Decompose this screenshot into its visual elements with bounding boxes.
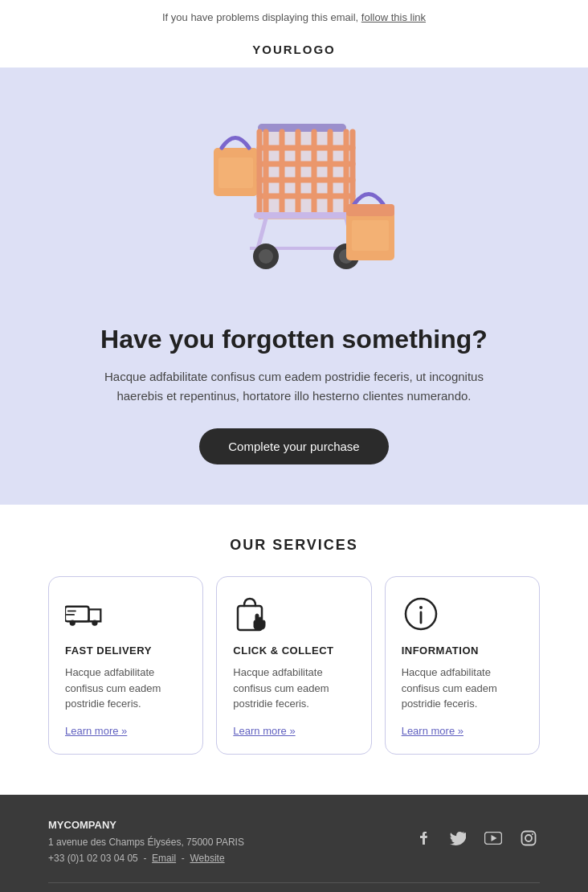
topbar-link[interactable]: follow this link — [361, 11, 426, 23]
info-title: INFORMATION — [402, 644, 523, 657]
svg-point-35 — [419, 606, 423, 609]
svg-point-29 — [70, 620, 76, 625]
logo: YOURLOGO — [252, 43, 336, 56]
instagram-icon[interactable] — [517, 827, 540, 849]
hero-body: Hacque adfabilitate confisus cum eadem p… — [93, 367, 495, 406]
email-wrapper: If you have problems displaying this ema… — [0, 0, 588, 892]
svg-rect-16 — [263, 132, 349, 216]
delivery-learn-more[interactable]: Learn more » — [65, 725, 127, 737]
svg-rect-2 — [258, 124, 346, 132]
svg-rect-17 — [254, 212, 358, 219]
click-collect-icon — [233, 595, 272, 633]
svg-point-22 — [259, 249, 273, 264]
info-body: Hacque adfabilitate confisus cum eadem p… — [402, 665, 523, 712]
services-grid: FAST DELIVERY Hacque adfabilitate confis… — [48, 576, 540, 755]
delivery-title: FAST DELIVERY — [65, 644, 186, 657]
footer: MYCOMPANY 1 avenue des Champs Élysées, 7… — [0, 795, 588, 893]
delivery-icon — [65, 595, 104, 633]
collect-title: CLICK & COLLECT — [233, 644, 354, 657]
collect-learn-more[interactable]: Learn more » — [233, 725, 295, 737]
svg-rect-1 — [218, 158, 253, 188]
twitter-icon[interactable] — [447, 827, 469, 849]
cart-illustration — [165, 100, 423, 309]
footer-bottom: If you no longer wish to receive our com… — [48, 882, 540, 892]
service-card-delivery: FAST DELIVERY Hacque adfabilitate confis… — [48, 576, 203, 755]
hero-image-area — [48, 100, 540, 309]
hero-section: Have you forgotten something? Hacque adf… — [0, 68, 588, 505]
service-card-info: INFORMATION Hacque adfabilitate confisus… — [385, 576, 540, 755]
hero-heading: Have you forgotten something? — [48, 325, 540, 354]
footer-inner: MYCOMPANY 1 avenue des Champs Élysées, 7… — [48, 819, 540, 867]
service-card-collect: CLICK & COLLECT Hacque adfabilitate conf… — [216, 576, 371, 755]
company-name: MYCOMPANY — [48, 819, 244, 831]
footer-website-link[interactable]: Website — [190, 853, 224, 864]
svg-rect-27 — [352, 220, 389, 251]
footer-phone: +33 (0)1 02 03 04 05 — [48, 853, 138, 864]
services-section: OUR SERVICES FAST DELIVERY Hacque — [0, 505, 588, 795]
collect-body: Hacque adfabilitate confisus cum eadem p… — [233, 665, 354, 712]
services-title: OUR SERVICES — [48, 537, 540, 554]
info-learn-more[interactable]: Learn more » — [402, 725, 463, 737]
footer-address: 1 avenue des Champs Élysées, 75000 PARIS — [48, 834, 244, 850]
delivery-body: Hacque adfabilitate confisus cum eadem p… — [65, 665, 186, 712]
youtube-icon[interactable] — [482, 827, 504, 849]
footer-contact: +33 (0)1 02 03 04 05 - Email - Website — [48, 850, 244, 866]
svg-point-41 — [532, 833, 533, 835]
topbar-text: If you have problems displaying this ema… — [162, 11, 358, 23]
cta-button[interactable]: Complete your purchase — [199, 428, 388, 464]
svg-rect-39 — [522, 831, 536, 845]
logo-bar: YOURLOGO — [0, 35, 588, 68]
footer-left: MYCOMPANY 1 avenue des Champs Élysées, 7… — [48, 819, 244, 867]
facebook-icon[interactable] — [411, 827, 434, 849]
svg-point-30 — [92, 620, 97, 625]
svg-marker-38 — [492, 835, 497, 841]
top-bar: If you have problems displaying this ema… — [0, 0, 588, 35]
info-icon — [402, 595, 440, 633]
svg-rect-26 — [346, 204, 394, 216]
footer-social — [411, 827, 540, 849]
svg-point-40 — [525, 835, 532, 841]
footer-email-link[interactable]: Email — [152, 853, 176, 864]
